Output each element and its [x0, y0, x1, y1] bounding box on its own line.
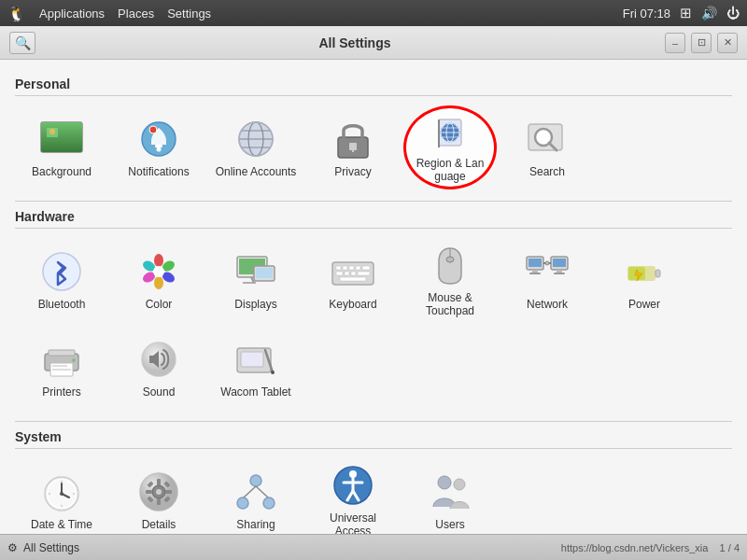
titlebar-search-button[interactable]: 🔍: [9, 32, 35, 54]
settings-item-color[interactable]: Color: [112, 238, 205, 322]
svg-rect-51: [345, 272, 349, 275]
section-system-header: System: [15, 429, 732, 449]
system-grid: Date & Time: [15, 458, 732, 534]
svg-rect-71: [49, 350, 75, 356]
power-icon[interactable]: ⏻: [726, 6, 740, 21]
svg-rect-1: [41, 122, 82, 152]
svg-point-87: [60, 492, 63, 496]
svg-point-115: [438, 476, 451, 489]
places-menu[interactable]: Places: [118, 7, 154, 21]
settings-item-notifications[interactable]: Notifications: [112, 105, 205, 189]
svg-line-107: [244, 486, 256, 497]
window-controls: – ⊡ ✕: [665, 33, 738, 53]
settings-item-privacy[interactable]: Privacy: [306, 105, 400, 189]
settings-window: 🔍 All Settings – ⊡ ✕ Personal: [0, 26, 747, 560]
svg-point-116: [454, 479, 465, 490]
settings-item-sound[interactable]: Sound: [112, 326, 205, 410]
keyboard-label: Keyboard: [329, 298, 376, 311]
svg-rect-41: [256, 268, 273, 278]
personal-grid: Background Notifications: [15, 105, 732, 189]
divider-personal-hardware: [15, 201, 732, 202]
svg-rect-96: [157, 479, 161, 485]
background-icon: [39, 117, 84, 161]
svg-point-95: [156, 489, 162, 495]
svg-rect-63: [557, 270, 562, 273]
displays-label: Displays: [234, 298, 276, 311]
topbar: 🐧 Applications Places Settings Fri 07:18…: [0, 0, 747, 26]
network-status-icon[interactable]: ⊞: [680, 5, 692, 21]
applications-menu[interactable]: Applications: [39, 7, 105, 21]
settings-item-region-language[interactable]: Region & Lan guage: [403, 105, 497, 189]
settings-item-users[interactable]: Users: [403, 458, 497, 534]
sound-icon: [136, 337, 181, 382]
printers-label: Printers: [42, 385, 80, 399]
datetime-display: Fri 07:18: [623, 7, 670, 21]
window-titlebar: 🔍 All Settings – ⊡ ✕: [0, 26, 747, 60]
applications-label: Applications: [39, 7, 105, 21]
taskbar-app[interactable]: ⚙ All Settings: [7, 541, 79, 554]
settings-item-wacom-tablet[interactable]: Wacom Tablet: [209, 326, 303, 410]
settings-item-details[interactable]: Details: [112, 458, 205, 534]
minimize-button[interactable]: –: [665, 33, 685, 53]
settings-item-power[interactable]: Power: [598, 238, 691, 322]
settings-item-keyboard[interactable]: Keyboard: [306, 238, 400, 322]
svg-rect-50: [336, 272, 343, 275]
color-icon: [136, 249, 181, 294]
datetime-label: Date & Time: [31, 518, 92, 531]
svg-point-105: [237, 497, 248, 509]
svg-point-31: [154, 254, 163, 267]
taskbar-url: https://blog.csdn.net/Vickers_xia: [561, 542, 709, 553]
power-label: Power: [628, 298, 660, 311]
keyboard-icon: [331, 249, 375, 294]
privacy-label: Privacy: [334, 165, 371, 178]
svg-line-108: [256, 486, 268, 497]
online-accounts-label: Online Accounts: [216, 165, 297, 178]
svg-point-66: [545, 261, 549, 265]
settings-item-background[interactable]: Background: [15, 105, 108, 189]
svg-rect-79: [241, 352, 263, 367]
restore-button[interactable]: ⊡: [691, 33, 712, 53]
region-language-icon: [428, 112, 472, 153]
printers-icon: [39, 337, 84, 382]
wacom-tablet-icon: [233, 337, 278, 382]
settings-item-bluetooth[interactable]: Bluetooth: [15, 238, 108, 322]
svg-point-81: [271, 371, 275, 374]
settings-item-displays[interactable]: Displays: [209, 238, 303, 322]
sharing-icon: [233, 469, 278, 514]
svg-rect-68: [655, 270, 660, 277]
svg-rect-48: [356, 266, 360, 270]
wacom-tablet-label: Wacom Tablet: [220, 385, 290, 399]
settings-item-search[interactable]: Search: [500, 105, 594, 189]
mouse-touchpad-label: Mouse & Touchpad: [409, 291, 491, 318]
svg-rect-74: [52, 369, 71, 371]
settings-item-sharing[interactable]: Sharing: [209, 458, 303, 534]
svg-point-34: [154, 276, 163, 289]
settings-item-mouse-touchpad[interactable]: Mouse & Touchpad: [403, 238, 497, 322]
settings-menu[interactable]: Settings: [167, 7, 211, 21]
topbar-left: 🐧 Applications Places Settings: [7, 5, 211, 22]
svg-point-56: [446, 257, 454, 262]
close-button[interactable]: ✕: [717, 33, 738, 53]
settings-item-datetime[interactable]: Date & Time: [15, 458, 108, 534]
bluetooth-label: Bluetooth: [38, 298, 86, 311]
sound-label: Sound: [143, 385, 176, 399]
window-title: All Settings: [45, 35, 665, 50]
svg-point-6: [157, 147, 162, 151]
settings-label: Settings: [167, 7, 211, 21]
svg-point-89: [61, 505, 63, 507]
volume-icon[interactable]: 🔊: [701, 6, 717, 21]
svg-point-91: [73, 493, 75, 495]
settings-item-printers[interactable]: Printers: [15, 326, 108, 410]
bluetooth-icon: [39, 249, 84, 294]
settings-item-network[interactable]: Network: [500, 238, 594, 322]
taskbar-settings-icon: ⚙: [7, 541, 18, 554]
svg-rect-49: [362, 266, 370, 270]
svg-point-3: [49, 129, 55, 134]
svg-rect-58: [529, 259, 542, 267]
svg-rect-45: [336, 266, 341, 270]
svg-rect-98: [146, 490, 152, 494]
sharing-label: Sharing: [236, 518, 275, 531]
settings-item-universal-access[interactable]: Universal Access: [306, 458, 400, 534]
mouse-touchpad-icon: [428, 243, 472, 287]
settings-item-online-accounts[interactable]: Online Accounts: [209, 105, 303, 189]
